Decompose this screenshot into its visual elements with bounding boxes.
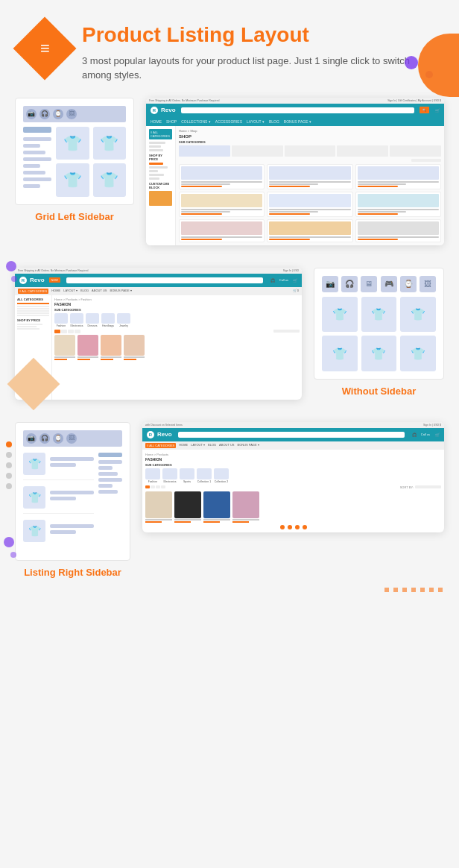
- list-btn-3[interactable]: [151, 485, 155, 488]
- icon-cam-list: 📷: [26, 433, 37, 444]
- list-item-lines: [50, 524, 94, 537]
- revo-nav-2: ≡ ALL CATEGORIES HOME LAYOUT ▾ BLOG ABOU…: [15, 287, 302, 295]
- list-item-img: 👕: [23, 520, 45, 542]
- list-item-3: 👕: [23, 520, 94, 547]
- product-line: [77, 356, 98, 358]
- grid-left-sidebar-label: Grid Left Sidebar: [35, 211, 113, 222]
- product-image: [358, 221, 439, 235]
- subcats-heading: SUB CATEGORIES: [54, 308, 300, 312]
- listing-main: Home > Products > Fashion FASHION SUB CA…: [52, 295, 302, 400]
- shirt-icon-ns: 👕: [411, 347, 425, 361]
- nav-home[interactable]: HOME: [151, 119, 162, 124]
- icon-headphones: 🎧: [39, 109, 50, 119]
- sub-cat-heading-3: SUB CATEGORIES: [145, 463, 441, 467]
- list-btn-3b[interactable]: [156, 485, 160, 488]
- view-buttons-3: [145, 485, 165, 488]
- ns-product-card: 👕: [400, 297, 436, 333]
- revo-search-3: [178, 432, 405, 438]
- revo-header-2: R Revo NEW 🎧 Call us 🛒: [15, 274, 302, 287]
- nav-collections[interactable]: COLLECTIONS ▾: [181, 119, 211, 124]
- grid-left-sidebar-browser: Free Shipping in All Orders. No Minimum …: [146, 98, 444, 245]
- product-image: [358, 166, 439, 180]
- list-view-btn[interactable]: [61, 330, 67, 333]
- row-without-sidebar: Free Shipping in All Orders. No Minimum …: [15, 268, 444, 400]
- nav-blog-2[interactable]: BLOG: [80, 289, 89, 294]
- nav-bonus-3[interactable]: BONUS PAGE ▾: [237, 443, 259, 448]
- sort-select[interactable]: [273, 330, 300, 333]
- nav-layout-2[interactable]: LAYOUT ▾: [63, 289, 77, 294]
- subcat-fashion-3: Fashion: [145, 468, 160, 483]
- nav-blog[interactable]: BLOG: [269, 119, 279, 124]
- fashion-heading: FASHION: [54, 302, 300, 306]
- product-item: [179, 164, 265, 189]
- ns-product-card: 👕: [322, 297, 358, 333]
- product-image: [358, 194, 439, 207]
- shirt-icon-ns: 👕: [332, 347, 347, 361]
- grid-btn-3[interactable]: [145, 485, 150, 488]
- cat-line: [17, 312, 49, 314]
- subcat-name: Dresses: [86, 324, 99, 327]
- list-btn-3c[interactable]: [161, 485, 165, 488]
- nav-bonus[interactable]: BONUS PAGE ▾: [284, 119, 311, 124]
- list-item-lines: [50, 457, 94, 470]
- product-item: [267, 219, 352, 242]
- featured-products-3: [145, 491, 441, 523]
- list-view-btn2[interactable]: [68, 330, 74, 333]
- grid-left-sidebar-preview: 📷 🎧 ⌚ 🖼: [15, 98, 134, 205]
- all-categories-btn-3[interactable]: ≡ ALL CATEGORIES: [145, 443, 176, 448]
- product-img-3: [101, 335, 121, 356]
- sort-dropdown[interactable]: [411, 159, 441, 162]
- list-view-btn3[interactable]: [75, 330, 80, 333]
- shirt-icon: 👕: [100, 171, 118, 189]
- nav-accessories[interactable]: ACCESSORIES: [215, 119, 242, 124]
- product-card: 👕: [56, 127, 89, 160]
- cat-line: [17, 315, 49, 316]
- breadcrumb-2: Home > Products > Fashion: [54, 298, 300, 301]
- subcat-dresses: Dresses: [86, 313, 99, 327]
- sort-bar: [179, 159, 441, 162]
- nav-bonus-2[interactable]: BONUS PAGE ▾: [110, 289, 131, 294]
- listing-mock-browser: Free Shipping in All Orders. No Minimum …: [15, 268, 302, 400]
- revo-navigation: HOME SHOP COLLECTIONS ▾ ACCESSORIES LAYO…: [146, 117, 444, 126]
- subcat-img: [101, 313, 115, 324]
- icon-w-list: ⌚: [53, 433, 63, 444]
- nav-layout[interactable]: LAYOUT ▾: [247, 119, 265, 124]
- nav-home-2[interactable]: HOME: [51, 289, 60, 294]
- revo-header: R Revo 🔍 🛒: [146, 104, 444, 117]
- row-listing-right-sidebar: 📷 🎧 ⌚ 🖼 👕: [15, 422, 444, 578]
- search-button[interactable]: 🔍: [420, 107, 429, 113]
- nav-layout-3[interactable]: LAYOUT ▾: [191, 443, 205, 448]
- nav-about-2[interactable]: ABOUT US: [92, 289, 107, 294]
- nav-shop[interactable]: SHOP: [166, 119, 177, 124]
- custom-cms-label: CUSTOM CMS BLOCK: [149, 182, 172, 189]
- layouts-wrapper: 📷 🎧 ⌚ 🖼: [0, 98, 459, 578]
- nav-blog-3[interactable]: BLOG: [208, 443, 216, 448]
- product-item: [179, 219, 265, 242]
- nav-home-3[interactable]: HOME: [179, 443, 188, 448]
- feat-product-1: [145, 491, 172, 523]
- subcat-col2-3: Collection 2: [214, 468, 229, 483]
- menu-lines-icon: ≡: [40, 39, 50, 58]
- product-line: [124, 356, 145, 358]
- icon-ph-list: 🖼: [66, 433, 77, 444]
- sort-dropdown-3[interactable]: [415, 485, 441, 488]
- revo-nav-3: ≡ ALL CATEGORIES HOME LAYOUT ▾ BLOG ABOU…: [142, 441, 444, 450]
- product-img-4: [124, 335, 145, 356]
- subcat-electronics-3: Electronics: [162, 468, 177, 483]
- list-product-1: [54, 335, 75, 360]
- cart-count: 🛒 0: [293, 289, 299, 294]
- list-item-1: 👕: [23, 453, 94, 480]
- product-price: [54, 359, 67, 360]
- nav-about-3[interactable]: ABOUT US: [219, 443, 234, 448]
- grid-view-btn[interactable]: [54, 330, 60, 333]
- feat-img-4: [232, 491, 259, 518]
- all-categories-btn[interactable]: ≡ ALL CATEGORIES: [18, 289, 48, 294]
- call-info-3: Call us: [421, 433, 430, 436]
- list-with-sidebar: 👕 👕: [23, 453, 122, 553]
- revo-body: ≡ ALL CATEGORIES SHOP BY PRICE CUSTOM CM…: [146, 126, 444, 245]
- shop-heading: SHOP: [179, 134, 441, 139]
- icon-headphones-ns: 🎧: [341, 276, 358, 292]
- subcat-item: [285, 145, 336, 157]
- subcat-electronics: Electronics: [70, 313, 83, 327]
- listing-right-browser: with Discount on Selected Items Sign In …: [142, 422, 444, 532]
